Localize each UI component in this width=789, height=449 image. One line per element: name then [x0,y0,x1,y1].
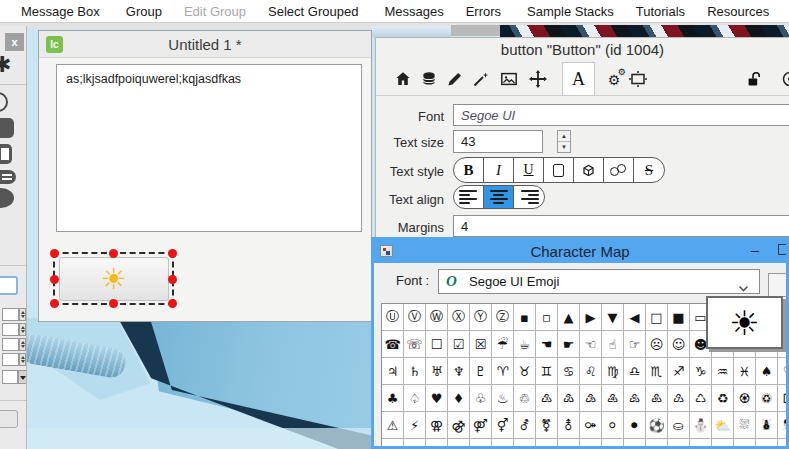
char-cell[interactable]: ▶ [580,304,602,331]
char-cell[interactable]: ♺ [690,385,712,412]
char-cell[interactable]: ♍ [602,358,624,385]
char-cell[interactable]: ♇ [470,358,492,385]
lock-open-icon[interactable] [743,68,765,90]
char-cell[interactable]: ♼ [734,385,756,412]
char-cell[interactable]: ☺ [668,331,690,358]
char-cell[interactable]: ☒ [470,331,492,358]
char-cell[interactable]: ⚟ [712,439,734,449]
char-cell[interactable]: ☑ [448,331,470,358]
selection-handle[interactable] [50,275,59,284]
char-cell[interactable]: ⛅ [712,412,734,439]
char-cell[interactable]: ▫ [536,304,558,331]
list-tool-icon[interactable] [0,170,16,184]
char-cell[interactable]: ♒ [712,358,734,385]
shape-tool-icon[interactable] [0,188,14,208]
char-cell[interactable]: ♡ [778,358,789,385]
char-cell[interactable]: ⚓ [448,439,470,449]
char-cell[interactable]: ☹ [646,331,668,358]
selection-handle[interactable] [50,249,59,258]
char-cell[interactable]: ⚖ [514,439,536,449]
char-cell[interactable]: ♽ [756,385,778,412]
char-cell[interactable]: ♏ [646,358,668,385]
char-cell[interactable]: ⚪ [602,412,624,439]
char-cell[interactable]: ⚑ [404,439,426,449]
char-cell[interactable]: ♑ [690,358,712,385]
strikethrough-button[interactable]: S [634,158,664,182]
char-cell[interactable]: ⚤ [470,412,492,439]
maximize-button-partial[interactable] [778,244,786,255]
database-icon[interactable] [418,68,440,90]
italic-button[interactable]: I [484,158,514,182]
char-cell[interactable]: ☐ [426,331,448,358]
margins-input[interactable]: 4 [453,215,789,237]
char-cell[interactable]: ⚧ [536,412,558,439]
char-cell[interactable]: ♴ [558,385,580,412]
char-cell[interactable]: ◀ [624,304,646,331]
minimize-button[interactable]: – [746,240,764,260]
char-cell[interactable]: □ [646,304,668,331]
char-cell[interactable]: ♣ [382,385,404,412]
pointer-tool-icon[interactable]: ✱ [0,54,11,76]
char-cell[interactable]: ⚞ [690,439,712,449]
character-map-titlebar[interactable]: Character Map – [374,240,786,263]
char-cell[interactable]: ☜ [580,331,602,358]
char-cell[interactable]: ⚜ [646,439,668,449]
char-cell[interactable]: ⚕ [492,439,514,449]
char-cell[interactable]: ♨ [492,385,514,412]
selection-handle[interactable] [50,299,59,308]
char-cell[interactable]: ⛈ [778,412,789,439]
char-cell[interactable]: Ⓦ [426,304,448,331]
char-cell[interactable]: ⚘ [558,439,580,449]
image-icon[interactable] [498,68,520,90]
char-cell[interactable]: ♐ [668,358,690,385]
char-cell[interactable]: ⛀ [668,412,690,439]
home-icon[interactable] [392,68,414,90]
char-cell[interactable]: ⚩ [580,412,602,439]
menu-item-resources[interactable]: Resources [696,4,780,19]
magic-wand-icon[interactable] [470,68,492,90]
link-style-button[interactable] [604,158,634,182]
char-cell[interactable]: ♊ [536,358,558,385]
char-cell[interactable]: ♠ [756,358,778,385]
char-cell[interactable]: ♃ [382,358,404,385]
char-cell[interactable]: ☞ [624,331,646,358]
oval-tool-icon[interactable] [0,92,8,112]
char-cell[interactable]: ⚒ [426,439,448,449]
gears-icon[interactable]: ⚙⚙ [603,68,625,90]
char-cell[interactable]: ♦ [448,385,470,412]
char-cell[interactable]: ♥ [426,385,448,412]
char-cell[interactable]: ⛇ [756,412,778,439]
menu-item-sample-stacks[interactable]: Sample Stacks [516,4,625,19]
char-cell[interactable]: ♹ [668,385,690,412]
stack-window-titlebar[interactable]: lc Untitled 1 * [39,31,371,58]
char-cell[interactable]: ▲ [558,304,580,331]
char-cell[interactable]: ⛄ [690,412,712,439]
char-cell[interactable]: ♸ [646,385,668,412]
menu-item-message-box[interactable]: Message Box [10,4,111,19]
char-cell[interactable]: ☎ [382,331,404,358]
char-cell[interactable]: ☏ [404,331,426,358]
char-cell[interactable]: ⚡ [404,412,426,439]
char-cell[interactable]: ♉ [514,358,536,385]
char-cell[interactable]: ♳ [536,385,558,412]
align-left-button[interactable] [454,186,484,208]
char-cell[interactable]: ☔ [492,331,514,358]
palette-stepper[interactable] [2,338,19,351]
char-cell[interactable]: ☝ [602,331,624,358]
menu-item-errors[interactable]: Errors [455,4,512,19]
palette-close-button[interactable]: x [5,33,24,51]
stepper-up-icon[interactable]: ▲ [558,131,570,142]
char-cell[interactable]: ⚰ [734,439,756,449]
char-cell[interactable]: ☚ [536,331,558,358]
text-size-input[interactable]: 43 [453,130,543,153]
bold-button[interactable]: B [454,158,484,182]
char-cell[interactable]: ▼ [602,304,624,331]
selection-handle[interactable] [168,275,177,284]
char-cell[interactable]: ⚣ [448,412,470,439]
selection-handle[interactable] [109,249,118,258]
help-button-partial[interactable] [768,273,789,297]
char-cell[interactable]: ▪ [514,304,536,331]
char-cell[interactable]: ♵ [580,385,602,412]
char-cell[interactable]: ♄ [404,358,426,385]
char-cell[interactable]: ⚝ [668,439,690,449]
